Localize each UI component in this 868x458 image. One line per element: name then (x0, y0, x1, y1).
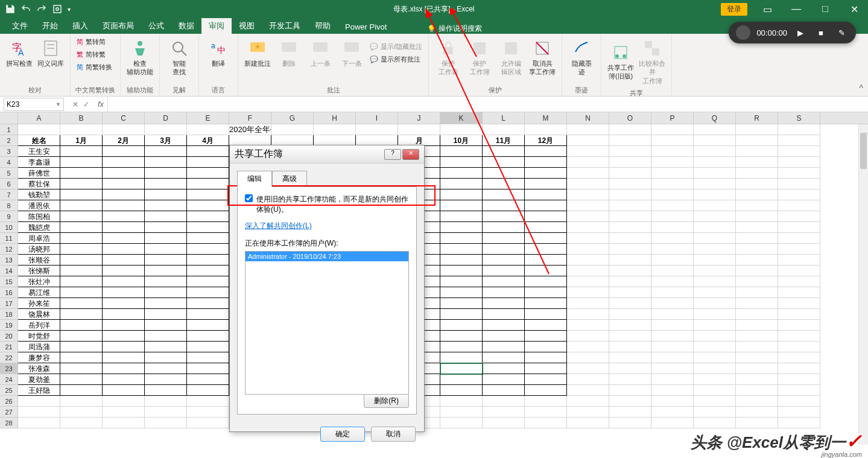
cell[interactable] (525, 233, 567, 244)
cell[interactable] (440, 124, 483, 135)
cell[interactable] (187, 189, 229, 200)
row-header[interactable]: 18 (0, 309, 18, 320)
cell[interactable] (567, 331, 609, 342)
cell[interactable] (145, 418, 187, 428)
cell[interactable] (651, 276, 694, 287)
col-header[interactable]: K (440, 112, 483, 124)
col-header[interactable]: M (525, 112, 567, 124)
cell[interactable] (440, 189, 483, 200)
redo-icon[interactable] (36, 4, 47, 14)
cell[interactable] (145, 276, 187, 287)
cell[interactable] (187, 287, 229, 298)
row-header[interactable]: 2 (0, 135, 18, 146)
cell[interactable] (694, 146, 736, 157)
share-workbook-button[interactable]: 共享工作 簿(旧版) (606, 36, 635, 87)
cell[interactable] (103, 342, 145, 352)
cell[interactable] (60, 266, 103, 276)
cell[interactable] (609, 396, 651, 407)
cell[interactable]: 张顺谷 (18, 255, 60, 266)
cell[interactable] (525, 168, 567, 179)
cell[interactable] (525, 418, 567, 428)
cell[interactable] (187, 157, 229, 168)
cell[interactable] (694, 200, 736, 211)
cell[interactable] (440, 418, 483, 428)
cell[interactable] (609, 146, 651, 157)
cell[interactable] (525, 374, 567, 385)
cell[interactable] (567, 352, 609, 363)
cell[interactable] (567, 157, 609, 168)
cell[interactable] (736, 374, 778, 385)
cell[interactable] (694, 385, 736, 396)
cell[interactable] (440, 363, 483, 374)
tab-help[interactable]: 帮助 (308, 18, 338, 34)
cell[interactable] (778, 222, 820, 233)
cell[interactable] (778, 211, 820, 222)
cell[interactable] (60, 331, 103, 342)
cell[interactable] (778, 146, 820, 157)
cell[interactable] (483, 124, 525, 135)
cell[interactable] (440, 342, 483, 352)
cell[interactable] (567, 385, 609, 396)
cell[interactable] (525, 157, 567, 168)
cell[interactable]: 薛佛世 (18, 168, 60, 179)
cancel-button[interactable]: 取消 (371, 427, 416, 442)
cell[interactable] (440, 255, 483, 266)
col-header[interactable]: I (356, 112, 398, 124)
cell[interactable]: 2月 (103, 135, 145, 146)
cell[interactable] (18, 407, 60, 418)
cell[interactable] (567, 244, 609, 255)
cell[interactable] (609, 222, 651, 233)
row-header[interactable]: 3 (0, 146, 18, 157)
cell[interactable] (145, 342, 187, 352)
tab-pivot[interactable]: Power Pivot (338, 20, 394, 34)
cell[interactable]: 张准森 (18, 363, 60, 374)
thesaurus-button[interactable]: 同义词库 (36, 36, 65, 70)
cell[interactable]: 易江维 (18, 287, 60, 298)
cell[interactable]: 12月 (525, 135, 567, 146)
cell[interactable] (187, 363, 229, 374)
cell[interactable] (440, 200, 483, 211)
cell[interactable] (736, 320, 778, 331)
cell[interactable] (145, 396, 187, 407)
cell[interactable] (60, 255, 103, 266)
cell[interactable] (103, 320, 145, 331)
col-header[interactable]: C (103, 112, 145, 124)
cell[interactable] (525, 287, 567, 298)
cell[interactable] (778, 298, 820, 309)
cell[interactable] (609, 168, 651, 179)
cell[interactable] (103, 276, 145, 287)
cell[interactable] (440, 179, 483, 189)
dialog-close-icon[interactable]: ✕ (402, 149, 419, 160)
cell[interactable]: 周卓浩 (18, 233, 60, 244)
cell[interactable] (736, 352, 778, 363)
cell[interactable] (103, 168, 145, 179)
cell[interactable] (567, 233, 609, 244)
cell[interactable] (103, 179, 145, 189)
cell[interactable] (778, 309, 820, 320)
cell[interactable] (694, 211, 736, 222)
col-header[interactable]: N (567, 112, 609, 124)
cell[interactable] (651, 342, 694, 352)
cell[interactable] (483, 352, 525, 363)
cell[interactable] (609, 352, 651, 363)
cell[interactable] (60, 309, 103, 320)
cell[interactable] (778, 320, 820, 331)
cell[interactable] (187, 124, 229, 135)
cell[interactable] (525, 396, 567, 407)
cell[interactable] (651, 309, 694, 320)
row-header[interactable]: 23 (0, 363, 18, 374)
cell[interactable] (440, 396, 483, 407)
cell[interactable] (103, 146, 145, 157)
cell[interactable] (736, 124, 778, 135)
cell[interactable] (651, 222, 694, 233)
cell[interactable] (525, 331, 567, 342)
cell[interactable] (609, 179, 651, 189)
cell[interactable] (778, 233, 820, 244)
row-header[interactable]: 26 (0, 396, 18, 407)
show-all-comments-button[interactable]: 💬显示所有批注 (369, 54, 423, 65)
cell[interactable] (103, 298, 145, 309)
cell[interactable]: 李鑫灏 (18, 157, 60, 168)
cell[interactable] (483, 385, 525, 396)
cell[interactable] (440, 320, 483, 331)
cell[interactable] (440, 385, 483, 396)
